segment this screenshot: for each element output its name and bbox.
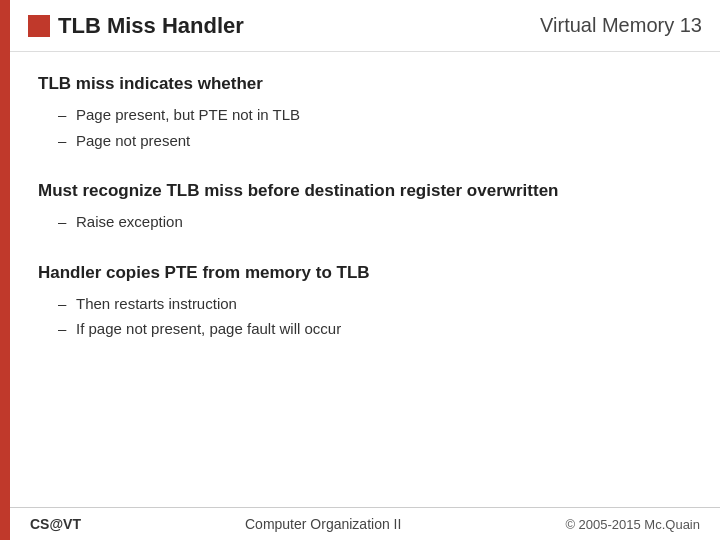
left-accent-bar <box>0 0 10 540</box>
section-tlb-miss: TLB miss indicates whether Page present,… <box>38 74 692 153</box>
slide-content: TLB miss indicates whether Page present,… <box>10 52 720 380</box>
section-handler: Handler copies PTE from memory to TLB Th… <box>38 263 692 342</box>
footer-right: © 2005-2015 Mc.Quain <box>565 517 700 532</box>
red-square-icon <box>28 15 50 37</box>
section-tlb-miss-list: Page present, but PTE not in TLB Page no… <box>38 102 692 153</box>
list-item: Then restarts instruction <box>58 291 692 317</box>
section-handler-list: Then restarts instruction If page not pr… <box>38 291 692 342</box>
footer-center: Computer Organization II <box>245 516 401 532</box>
list-item: Page not present <box>58 128 692 154</box>
slide-subtitle: Virtual Memory 13 <box>540 14 702 37</box>
slide-footer: CS@VT Computer Organization II © 2005-20… <box>10 507 720 540</box>
slide-title: TLB Miss Handler <box>58 13 244 39</box>
list-item: Page present, but PTE not in TLB <box>58 102 692 128</box>
title-group: TLB Miss Handler <box>28 13 244 39</box>
slide-header: TLB Miss Handler Virtual Memory 13 <box>10 0 720 52</box>
section-tlb-miss-title: TLB miss indicates whether <box>38 74 692 94</box>
section-handler-title: Handler copies PTE from memory to TLB <box>38 263 692 283</box>
list-item: If page not present, page fault will occ… <box>58 316 692 342</box>
section-recognize-list: Raise exception <box>38 209 692 235</box>
section-recognize-title: Must recognize TLB miss before destinati… <box>38 181 692 201</box>
footer-left: CS@VT <box>30 516 81 532</box>
section-recognize: Must recognize TLB miss before destinati… <box>38 181 692 235</box>
list-item: Raise exception <box>58 209 692 235</box>
